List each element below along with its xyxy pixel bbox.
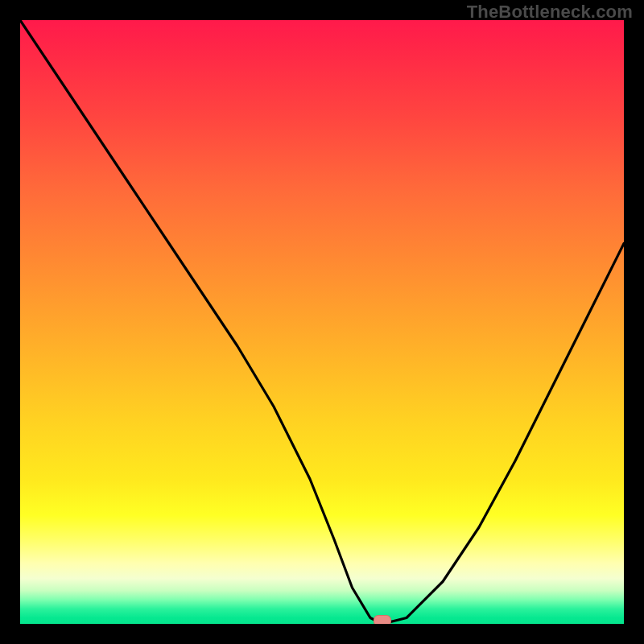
chart-frame: TheBottleneck.com (0, 0, 644, 644)
curve-path (20, 20, 624, 624)
watermark-text: TheBottleneck.com (467, 2, 633, 23)
plot-area (20, 20, 624, 624)
optimal-marker (374, 615, 391, 624)
bottleneck-curve (20, 20, 624, 624)
